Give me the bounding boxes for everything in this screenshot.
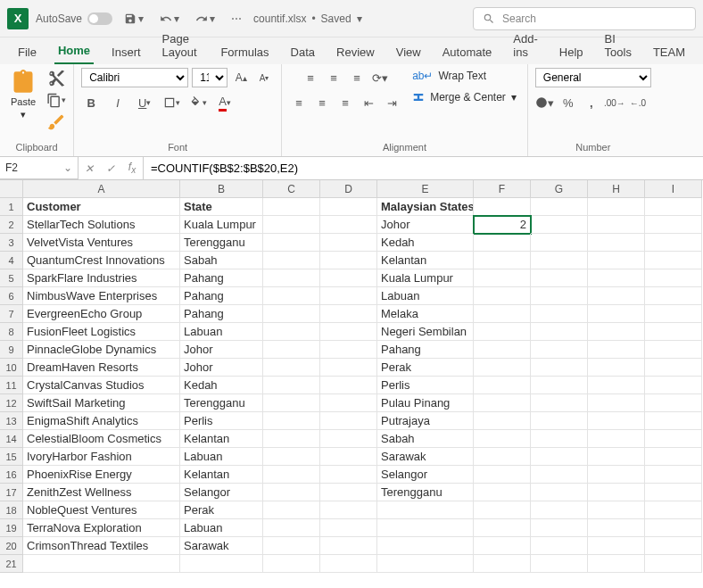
row-header[interactable]: 10 [0, 359, 23, 377]
cell-H4[interactable] [588, 252, 645, 269]
cell-B17[interactable]: Selangor [180, 484, 263, 501]
cell-H19[interactable] [588, 519, 645, 537]
cell-I4[interactable] [645, 252, 702, 269]
cell-I13[interactable] [645, 412, 702, 430]
cell-A19[interactable]: TerraNova Exploration [23, 519, 180, 537]
cell-G10[interactable] [531, 359, 588, 377]
wrap-text-button[interactable]: ab↵ Wrap Text [409, 68, 490, 84]
cell-H21[interactable] [588, 555, 645, 573]
row-header[interactable]: 12 [0, 394, 23, 412]
align-bottom-button[interactable]: ≡ [347, 68, 367, 87]
format-painter-button[interactable] [46, 112, 66, 132]
cell-C10[interactable] [263, 359, 320, 377]
cell-C3[interactable] [263, 234, 320, 252]
cell-E4[interactable]: Kelantan [377, 252, 474, 269]
cell-B5[interactable]: Pahang [180, 269, 263, 287]
cell-A6[interactable]: NimbusWave Enterprises [23, 287, 180, 305]
tab-addins[interactable]: Add-ins [509, 29, 541, 64]
cell-A12[interactable]: SwiftSail Marketing [23, 394, 180, 412]
align-top-button[interactable]: ≡ [301, 68, 320, 87]
cell-H1[interactable] [588, 198, 645, 216]
cell-C20[interactable] [263, 537, 320, 555]
cell-E2[interactable]: Johor [377, 216, 474, 234]
cell-F19[interactable] [474, 519, 531, 537]
font-color-button[interactable]: A▾ [215, 93, 235, 112]
bold-button[interactable]: B [81, 93, 101, 112]
cell-I17[interactable] [645, 484, 702, 501]
cut-button[interactable] [46, 68, 66, 87]
cell-G4[interactable] [531, 252, 588, 269]
fill-color-button[interactable]: ▾ [188, 93, 208, 112]
cell-F21[interactable] [474, 555, 531, 573]
cell-A20[interactable]: CrimsonThread Textiles [23, 537, 180, 555]
increase-font-button[interactable]: A▴ [231, 68, 251, 87]
row-header[interactable]: 2 [0, 216, 23, 234]
row-header[interactable]: 15 [0, 448, 23, 466]
cell-C6[interactable] [263, 287, 320, 305]
cell-E1[interactable]: Malaysian States [377, 198, 474, 216]
cell-I21[interactable] [645, 555, 702, 573]
cell-B10[interactable]: Johor [180, 359, 263, 377]
cell-E11[interactable]: Perlis [377, 377, 474, 394]
cell-H18[interactable] [588, 501, 645, 519]
cell-B20[interactable]: Sarawak [180, 537, 263, 555]
cell-D21[interactable] [320, 555, 377, 573]
tab-view[interactable]: View [393, 42, 425, 64]
cell-C15[interactable] [263, 448, 320, 466]
cell-A17[interactable]: ZenithZest Wellness [23, 484, 180, 501]
cell-D16[interactable] [320, 466, 377, 484]
cell-F8[interactable] [474, 323, 531, 341]
cell-F5[interactable] [474, 269, 531, 287]
row-header[interactable]: 5 [0, 269, 23, 287]
cell-B6[interactable]: Pahang [180, 287, 263, 305]
align-center-button[interactable]: ≡ [312, 93, 332, 112]
cell-C4[interactable] [263, 252, 320, 269]
cell-I19[interactable] [645, 519, 702, 537]
cell-E9[interactable]: Pahang [377, 341, 474, 359]
cell-I6[interactable] [645, 287, 702, 305]
col-header-G[interactable]: G [531, 180, 588, 198]
col-header-E[interactable]: E [377, 180, 474, 198]
italic-button[interactable]: I [108, 93, 128, 112]
cell-C12[interactable] [263, 394, 320, 412]
cell-G11[interactable] [531, 377, 588, 394]
cell-G18[interactable] [531, 501, 588, 519]
cell-G7[interactable] [531, 305, 588, 323]
cell-B11[interactable]: Kedah [180, 377, 263, 394]
cell-A4[interactable]: QuantumCrest Innovations [23, 252, 180, 269]
cell-H7[interactable] [588, 305, 645, 323]
row-header[interactable]: 21 [0, 555, 23, 573]
cell-H5[interactable] [588, 269, 645, 287]
cell-F10[interactable] [474, 359, 531, 377]
tab-help[interactable]: Help [556, 42, 587, 64]
cell-B18[interactable]: Perak [180, 501, 263, 519]
cell-H16[interactable] [588, 466, 645, 484]
cell-I14[interactable] [645, 430, 702, 448]
cell-H10[interactable] [588, 359, 645, 377]
number-format-select[interactable]: General [535, 68, 651, 87]
cell-A18[interactable]: NobleQuest Ventures [23, 501, 180, 519]
cell-I15[interactable] [645, 448, 702, 466]
merge-center-button[interactable]: Merge & Center ▾ [409, 89, 520, 105]
cell-C8[interactable] [263, 323, 320, 341]
search-box[interactable]: Search [473, 7, 696, 30]
col-header-C[interactable]: C [263, 180, 320, 198]
align-right-button[interactable]: ≡ [335, 93, 355, 112]
cell-G5[interactable] [531, 269, 588, 287]
cell-B3[interactable]: Terengganu [180, 234, 263, 252]
cell-D14[interactable] [320, 430, 377, 448]
cancel-formula-button[interactable]: ✕ [79, 162, 100, 175]
cell-D11[interactable] [320, 377, 377, 394]
cell-B4[interactable]: Sabah [180, 252, 263, 269]
undo-button[interactable]: ▾ [155, 10, 184, 28]
cell-C13[interactable] [263, 412, 320, 430]
col-header-A[interactable]: A [23, 180, 180, 198]
col-header-H[interactable]: H [588, 180, 645, 198]
tab-team[interactable]: TEAM [649, 42, 689, 64]
cell-D4[interactable] [320, 252, 377, 269]
cell-A11[interactable]: CrystalCanvas Studios [23, 377, 180, 394]
autosave-toggle[interactable]: AutoSave [36, 12, 112, 25]
cell-B8[interactable]: Labuan [180, 323, 263, 341]
cell-F20[interactable] [474, 537, 531, 555]
cell-E15[interactable]: Sarawak [377, 448, 474, 466]
